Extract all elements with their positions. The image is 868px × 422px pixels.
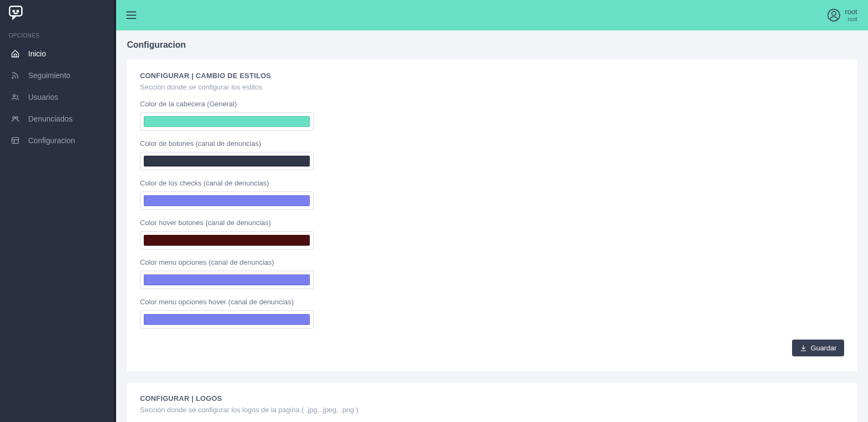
color-swatch xyxy=(144,314,310,325)
field-label: Color de botones (canal de denuncias) xyxy=(140,139,844,148)
user-role: root xyxy=(848,16,857,22)
svg-point-3 xyxy=(12,78,13,79)
field-label: Color menu opciones hover (canal de denu… xyxy=(140,298,844,306)
color-input-checks[interactable] xyxy=(140,191,314,210)
field-color-hover-buttons: Color hover botones (canal de denuncias) xyxy=(140,219,844,250)
field-label: Color de los checks (canal de denuncias) xyxy=(140,179,844,187)
sidebar-item-label: Configuracion xyxy=(28,136,75,145)
sidebar-item-label: Usuarios xyxy=(28,93,58,101)
logo xyxy=(0,0,114,25)
logos-card: CONFIGURAR | LOGOS Sección donde se conf… xyxy=(127,382,857,422)
sidebar-item-usuarios[interactable]: Usuarios xyxy=(0,86,114,108)
sidebar-item-label: Inicio xyxy=(28,49,46,58)
user-avatar-icon xyxy=(827,8,841,22)
color-swatch xyxy=(144,156,310,167)
rss-icon xyxy=(11,71,20,80)
user-menu[interactable]: root root xyxy=(827,8,857,22)
main: root root Configuracion CONFIGURAR | CAM… xyxy=(116,0,868,422)
field-color-checks: Color de los checks (canal de denuncias) xyxy=(140,179,844,210)
field-label: Color menu opciones (canal de denuncias) xyxy=(140,258,844,266)
svg-point-1 xyxy=(13,10,15,12)
color-input-buttons[interactable] xyxy=(140,152,314,170)
sidebar-section-label: OPCIONES xyxy=(0,25,114,43)
field-color-header: Color de la cabecera (General) xyxy=(140,100,844,131)
svg-rect-0 xyxy=(10,7,22,16)
color-swatch xyxy=(144,235,310,246)
chat-logo-icon xyxy=(8,4,24,21)
color-swatch xyxy=(144,116,310,127)
color-input-menu[interactable] xyxy=(140,271,314,289)
layout-icon xyxy=(11,136,20,145)
color-input-header[interactable] xyxy=(140,112,314,131)
field-color-menu: Color menu opciones (canal de denuncias) xyxy=(140,258,844,289)
sidebar-item-inicio[interactable]: Inicio xyxy=(0,43,114,65)
topbar: root root xyxy=(116,0,868,30)
card-title: CONFIGURAR | CAMBIO DE ESTILOS xyxy=(140,72,844,80)
sidebar-item-label: Seguimiento xyxy=(28,71,71,80)
svg-point-4 xyxy=(13,94,15,97)
styles-card: CONFIGURAR | CAMBIO DE ESTILOS Sección d… xyxy=(127,60,857,372)
svg-point-5 xyxy=(12,117,15,119)
save-button[interactable]: Guardar xyxy=(792,340,844,356)
color-input-menu-hover[interactable] xyxy=(140,310,314,329)
card-subtitle: Sección donde se configurar los estilos xyxy=(140,83,844,91)
sidebar-item-seguimiento[interactable]: Seguimiento xyxy=(0,65,114,86)
card-title: CONFIGURAR | LOGOS xyxy=(140,394,844,402)
card-actions: Guardar xyxy=(140,340,844,356)
sidebar: OPCIONES Inicio Seguimiento Usuarios Den… xyxy=(0,0,116,422)
user-group-icon xyxy=(11,114,20,123)
color-swatch xyxy=(144,195,310,206)
svg-rect-7 xyxy=(12,138,18,144)
user-text: root root xyxy=(845,8,857,22)
field-label: Color de la cabecera (General) xyxy=(140,100,844,108)
field-label: Color hover botones (canal de denuncias) xyxy=(140,219,844,227)
sidebar-item-label: Denunciados xyxy=(28,114,73,123)
save-icon xyxy=(800,344,807,352)
color-input-hover-buttons[interactable] xyxy=(140,231,314,250)
card-subtitle: Sección donde se configurar los logos de… xyxy=(140,406,844,414)
user-name: root xyxy=(845,8,857,16)
sidebar-item-configuracion[interactable]: Configuracion xyxy=(0,130,114,151)
field-color-buttons: Color de botones (canal de denuncias) xyxy=(140,139,844,170)
svg-point-2 xyxy=(17,10,19,12)
color-swatch xyxy=(144,274,310,285)
page-title: Configuracion xyxy=(127,40,857,50)
users-icon xyxy=(11,93,20,101)
save-button-label: Guardar xyxy=(810,344,837,352)
content: Configuracion CONFIGURAR | CAMBIO DE EST… xyxy=(116,30,868,422)
svg-point-14 xyxy=(832,11,836,16)
svg-point-6 xyxy=(16,117,18,119)
home-icon xyxy=(11,49,20,58)
field-color-menu-hover: Color menu opciones hover (canal de denu… xyxy=(140,298,844,329)
hamburger-icon[interactable] xyxy=(125,9,138,22)
sidebar-item-denunciados[interactable]: Denunciados xyxy=(0,108,114,130)
